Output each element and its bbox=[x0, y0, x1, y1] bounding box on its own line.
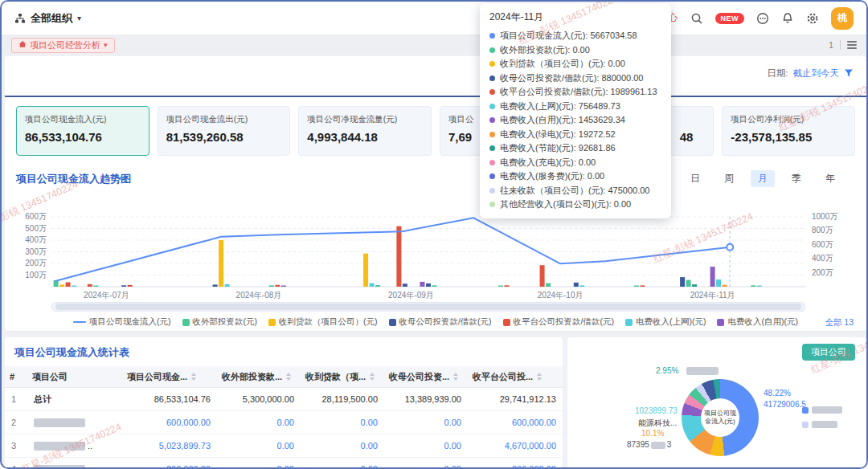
tab-project-analysis[interactable]: 项目公司经营分析 ▾ bbox=[11, 38, 115, 53]
topbar: 全部组织 ▾ 档案中心 NEW 桃 bbox=[2, 2, 866, 35]
donut-hole: 项目公司现金流入(元) bbox=[701, 398, 739, 437]
column-header[interactable]: 项目公司现金... bbox=[122, 371, 217, 383]
bar bbox=[634, 286, 639, 288]
table-row[interactable]: 1总计86,533,104.765,300,000.0028,119,500.0… bbox=[5, 388, 563, 411]
table-row[interactable]: 3 ..5,023,899.730.000.000.004,670,000.00 bbox=[5, 434, 563, 458]
kpi-card[interactable]: 项目公司净利润(元)-23,578,135.85 bbox=[722, 106, 855, 156]
tooltip-items: 项目公司现金流入(元): 5667034.58收外部投资款(元): 0.00收到… bbox=[489, 29, 661, 212]
search-icon[interactable] bbox=[690, 12, 703, 25]
scrollbar-thumb[interactable] bbox=[55, 304, 801, 310]
filter-funnel-icon[interactable] bbox=[844, 68, 854, 80]
bar bbox=[121, 285, 126, 287]
donut-legend-item[interactable] bbox=[802, 406, 842, 414]
tooltip-item: 收母公司投资款/借款(元): 880000.00 bbox=[489, 71, 661, 86]
value-cell: 0.00 bbox=[217, 441, 301, 451]
value-cell: 200,000.00 bbox=[468, 464, 563, 469]
donut-legend-item[interactable] bbox=[802, 421, 842, 428]
sort-icon[interactable] bbox=[370, 373, 375, 381]
period-button[interactable]: 月 bbox=[751, 170, 775, 187]
period-button[interactable]: 季 bbox=[784, 170, 809, 187]
sort-icon[interactable] bbox=[537, 373, 542, 381]
series-dot bbox=[489, 33, 495, 39]
legend-item[interactable]: 收到贷款（项目公司）(元) bbox=[268, 316, 378, 328]
project-name-cell bbox=[27, 418, 122, 428]
bar bbox=[88, 284, 92, 287]
column-header[interactable]: 收平台公司投... bbox=[468, 371, 563, 383]
legend-item[interactable]: 收平台公司投资款/借款(元) bbox=[503, 316, 614, 328]
sort-icon[interactable] bbox=[286, 373, 291, 381]
right-axis-label: 400万 bbox=[812, 254, 833, 263]
left-axis-label: 400万 bbox=[25, 235, 47, 244]
legend-item[interactable]: 电费收入(自用)(元) bbox=[717, 316, 798, 328]
message-icon[interactable] bbox=[756, 12, 769, 25]
redacted-text bbox=[812, 421, 837, 428]
org-selector[interactable]: 全部组织 bbox=[31, 11, 72, 26]
bar bbox=[72, 286, 76, 288]
avatar[interactable]: 桃 bbox=[831, 7, 854, 30]
period-button[interactable]: 周 bbox=[717, 170, 741, 187]
legend-item[interactable]: 收外部投资款(元) bbox=[182, 316, 258, 328]
legend-item[interactable]: 电费收入(上网)(元) bbox=[625, 316, 706, 328]
tooltip-item-text: 收外部投资款(元): 0.00 bbox=[500, 44, 590, 56]
project-filter-button[interactable]: 项目公司 bbox=[802, 344, 855, 361]
bar bbox=[692, 284, 697, 287]
tooltip-item: 往来收款（项目公司）(元): 475000.00 bbox=[489, 184, 661, 198]
right-axis-label: 200万 bbox=[812, 268, 833, 277]
date-filter-value[interactable]: 截止到今天 bbox=[793, 67, 840, 80]
period-button[interactable]: 年 bbox=[818, 170, 842, 187]
legend-item[interactable]: 收母公司投资款/借款(元) bbox=[389, 316, 492, 328]
bell-icon[interactable] bbox=[781, 12, 794, 25]
donut-label: 41729006.5 bbox=[764, 400, 806, 409]
value-cell: 600,000.00 bbox=[122, 418, 217, 427]
chart-zoom-scrollbar[interactable] bbox=[51, 302, 805, 312]
legend-more-link[interactable]: 全部 13 bbox=[825, 317, 854, 328]
dashboard-page: 全部组织 ▾ 档案中心 NEW 桃 bbox=[0, 0, 868, 469]
project-name-cell: .. bbox=[27, 441, 122, 451]
right-axis-label: 1000万 bbox=[812, 212, 837, 221]
value-cell: 86,533,104.76 bbox=[122, 394, 217, 404]
kpi-card[interactable]: 项目公司现金流出(元)81,539,260.58 bbox=[158, 106, 291, 156]
trend-chart[interactable]: 600万500万400万300万200万100万1000万800万600万400… bbox=[5, 56, 866, 331]
bar bbox=[751, 285, 755, 287]
bar bbox=[686, 280, 691, 287]
kpi-label: 项目公司现金流出(元) bbox=[166, 114, 282, 125]
donut-chart[interactable]: 项目公司现金流入(元) bbox=[682, 379, 759, 456]
project-name-cell: 总计 bbox=[27, 394, 122, 406]
tooltip-item-text: 电费收入(绿电)(元): 19272.52 bbox=[500, 128, 616, 141]
legend-item[interactable]: 项目公司现金流入(元) bbox=[73, 316, 171, 328]
menu-icon[interactable] bbox=[847, 39, 857, 51]
section-divider bbox=[5, 96, 866, 97]
tab-caret-icon[interactable]: ▾ bbox=[104, 41, 108, 49]
kpi-card[interactable]: 项目公司现金流入(元)86,533,104.76 bbox=[16, 106, 149, 156]
x-axis-label: 2024年-08月 bbox=[236, 291, 282, 300]
donut-label: 873953 bbox=[627, 440, 671, 449]
table-row[interactable]: 2600,000.000.000.000.00600,000.00 bbox=[5, 411, 563, 434]
tooltip-item: 收到贷款（项目公司）(元): 0.00 bbox=[489, 57, 661, 71]
column-header[interactable]: 项目公司 bbox=[27, 371, 122, 383]
column-header[interactable]: 收母公司投资... bbox=[384, 371, 468, 383]
tooltip-item-text: 收平台公司投资款/借款(元): 1989961.13 bbox=[500, 86, 657, 98]
hover-dot bbox=[727, 244, 733, 251]
bar bbox=[225, 284, 230, 287]
column-header[interactable]: 收外部投资款... bbox=[217, 371, 301, 383]
sort-icon[interactable] bbox=[191, 373, 196, 381]
value-cell: 0.00 bbox=[301, 441, 384, 451]
column-header[interactable]: # bbox=[5, 372, 27, 381]
gear-icon[interactable] bbox=[806, 12, 819, 25]
column-header[interactable]: 收到贷款（项... bbox=[301, 371, 384, 383]
table-row[interactable]: 4200,000.000.000.000.00200,000.00 bbox=[5, 458, 563, 469]
bar bbox=[219, 240, 223, 287]
donut-legend bbox=[802, 406, 842, 428]
left-axis-label: 100万 bbox=[25, 271, 47, 279]
kpi-card[interactable]: 项目公司净现金流量(元)4,993,844.18 bbox=[298, 106, 432, 156]
trend-header: 项目公司现金流入趋势图 日周月季年 bbox=[16, 170, 842, 187]
tooltip-item-text: 电费收入(充电)(元): 0.00 bbox=[500, 157, 596, 169]
period-toggle: 日周月季年 bbox=[683, 170, 842, 187]
value-cell: 0.00 bbox=[384, 418, 468, 427]
tooltip-item-text: 收到贷款（项目公司）(元): 0.00 bbox=[500, 58, 625, 70]
bar bbox=[59, 284, 64, 287]
sort-icon[interactable] bbox=[453, 373, 458, 381]
bar bbox=[281, 286, 286, 288]
period-button[interactable]: 日 bbox=[683, 170, 707, 187]
kpi-value: 4,993,844.18 bbox=[307, 130, 423, 144]
